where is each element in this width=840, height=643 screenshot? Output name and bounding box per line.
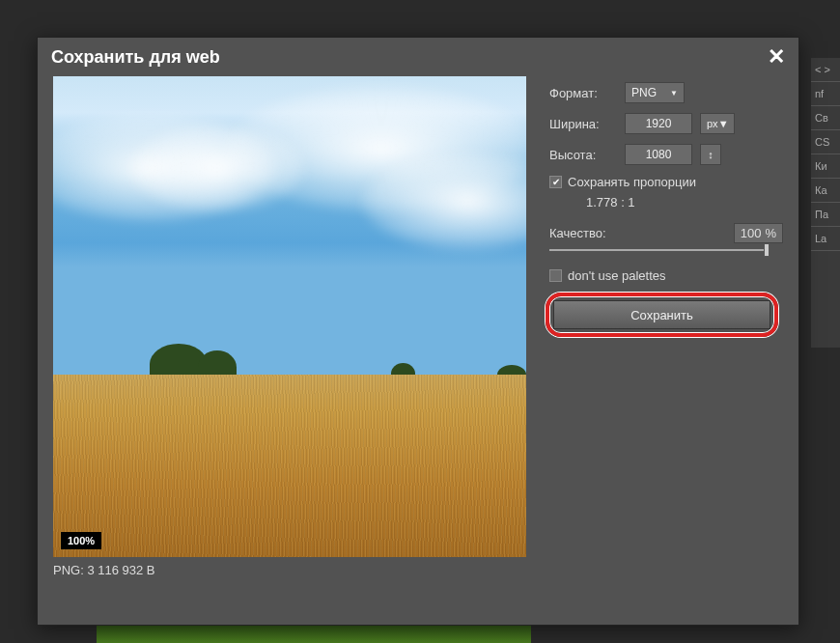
chevron-down-icon: ▼ [718,118,729,129]
height-label: Высота: [549,148,617,162]
preview-image: 100% [53,76,526,557]
zoom-badge[interactable]: 100% [61,532,101,549]
chevron-down-icon: ▼ [670,89,678,98]
quality-slider[interactable] [549,249,767,251]
format-select[interactable]: PNG▼ [625,82,685,103]
keep-aspect-checkbox[interactable]: ✔ [549,176,562,188]
controls-panel: Формат: PNG▼ Ширина: 1920 px▼ Высота: 10… [549,76,783,577]
palettes-checkbox[interactable] [549,269,562,282]
dialog-title: Сохранить для web [51,47,220,68]
format-label: Формат: [549,86,617,100]
width-label: Ширина: [549,117,617,131]
background-sidebar: < > nf Св CS Ки Ка Па La [811,58,840,348]
close-icon[interactable]: ✕ [768,44,785,70]
keep-aspect-label: Сохранять пропорции [568,175,696,189]
height-input[interactable]: 1080 [625,144,692,165]
titlebar: Сохранить для web ✕ [38,38,798,76]
save-for-web-dialog: Сохранить для web ✕ 100% [37,37,799,626]
width-unit-select[interactable]: px▼ [700,113,735,134]
palettes-label: don't use palettes [568,268,666,283]
save-button[interactable]: Сохранить [553,300,770,329]
quality-value[interactable]: 100% [734,223,783,243]
swap-dimensions-button[interactable]: ↕ [700,144,721,165]
file-size-info: PNG: 3 116 932 B [53,563,526,577]
aspect-ratio-value: 1.778 : 1 [586,195,783,210]
slider-thumb-icon[interactable] [764,243,770,257]
width-input[interactable]: 1920 [625,113,692,134]
quality-label: Качество: [549,226,606,240]
